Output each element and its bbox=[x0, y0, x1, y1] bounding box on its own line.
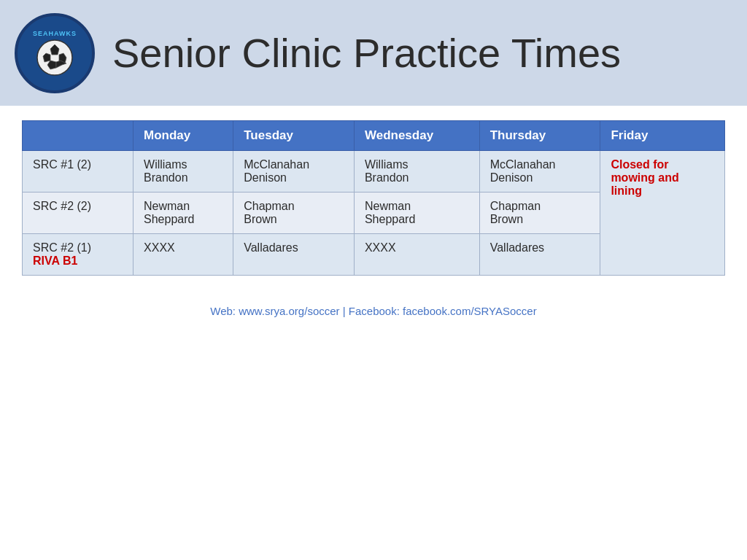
table-header-row: Monday Tuesday Wednesday Thursday Friday bbox=[23, 121, 725, 151]
col-header-tuesday: Tuesday bbox=[233, 121, 355, 151]
footer-text: Web: www.srya.org/soccer | Facebook: fac… bbox=[210, 305, 536, 317]
schedule-table: Monday Tuesday Wednesday Thursday Friday… bbox=[22, 120, 725, 276]
soccer-ball-icon bbox=[36, 39, 74, 77]
cell-3-monday: XXXX bbox=[133, 234, 233, 276]
cell-1-monday: Williams Brandon bbox=[133, 151, 233, 192]
cell-2-wednesday: Newman Sheppard bbox=[354, 192, 479, 234]
table-row: SRC #1 (2) Williams Brandon McClanahan D… bbox=[23, 151, 725, 192]
cell-1-tuesday: McClanahan Denison bbox=[233, 151, 355, 192]
page-title: Senior Clinic Practice Times bbox=[112, 31, 621, 76]
row-label-2: SRC #2 (2) bbox=[23, 192, 133, 234]
cell-friday-closed: Closed formowing andlining bbox=[600, 151, 725, 276]
row-label-3: SRC #2 (1) RIVA B1 bbox=[23, 234, 133, 276]
col-header-friday: Friday bbox=[600, 121, 725, 151]
cell-3-wednesday: XXXX bbox=[354, 234, 479, 276]
cell-3-thursday: Valladares bbox=[479, 234, 600, 276]
col-header-thursday: Thursday bbox=[479, 121, 600, 151]
main-content: Monday Tuesday Wednesday Thursday Friday… bbox=[0, 106, 747, 292]
page-footer: Web: www.srya.org/soccer | Facebook: fac… bbox=[0, 299, 747, 323]
col-header-monday: Monday bbox=[133, 121, 233, 151]
cell-1-thursday: McClanahan Denison bbox=[479, 151, 600, 192]
cell-3-tuesday: Valladares bbox=[233, 234, 355, 276]
col-header-wednesday: Wednesday bbox=[354, 121, 479, 151]
header-title-area: Senior Clinic Practice Times bbox=[112, 31, 732, 76]
page-header: SEAHAWKS Senior Clinic Practice Times bbox=[0, 0, 747, 106]
col-header-label bbox=[23, 121, 133, 151]
cell-1-wednesday: Williams Brandon bbox=[354, 151, 479, 192]
cell-2-thursday: Chapman Brown bbox=[479, 192, 600, 234]
logo: SEAHAWKS bbox=[15, 13, 95, 93]
cell-2-monday: Newman Sheppard bbox=[133, 192, 233, 234]
logo-text: SEAHAWKS bbox=[33, 30, 77, 37]
cell-2-tuesday: Chapman Brown bbox=[233, 192, 355, 234]
row-label-1: SRC #1 (2) bbox=[23, 151, 133, 192]
